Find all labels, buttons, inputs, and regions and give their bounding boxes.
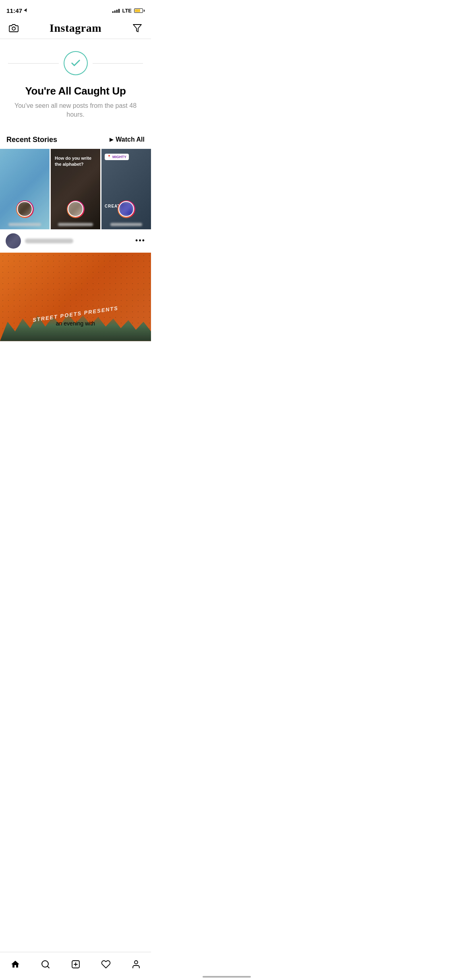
story-card-2[interactable]: How do you write the alphabet?	[51, 149, 100, 229]
post-image: STREET POETS PRESENTS an evening with	[0, 253, 151, 341]
dm-button[interactable]	[130, 21, 145, 35]
signal-bar-1	[112, 11, 114, 13]
post-header-left	[6, 233, 73, 249]
status-bar: 11:47 LTE ⚡	[0, 0, 151, 18]
signal-bar-3	[116, 10, 118, 13]
post-header: •••	[0, 229, 151, 253]
location-arrow-icon	[24, 8, 28, 13]
location-name: MIGHTY	[112, 155, 126, 159]
story-inner-1	[17, 201, 33, 217]
divider-right	[93, 63, 143, 64]
story-ring-2	[67, 200, 85, 218]
avatar-bridge-img	[6, 233, 21, 249]
nav-bar: Instagram	[0, 18, 151, 39]
status-icons: LTE ⚡	[112, 8, 145, 14]
svg-point-0	[12, 27, 15, 30]
signal-bars	[112, 8, 120, 13]
checkmark-icon	[70, 58, 81, 69]
play-icon: ▶	[110, 137, 113, 142]
story-ring-1	[16, 200, 34, 218]
post-image-subtitle: an evening with	[0, 320, 151, 327]
story-ring-3	[118, 200, 135, 218]
post-item: ••• STREET POETS PRESENTS an evening wit…	[0, 229, 151, 342]
lte-label: LTE	[122, 8, 132, 14]
story-username-3	[103, 223, 149, 226]
signal-bar-4	[118, 9, 120, 13]
location-pin-icon: 📍	[107, 155, 111, 159]
avatar-img-1	[18, 202, 32, 216]
story-username-2	[52, 223, 99, 226]
divider-row	[8, 51, 143, 75]
recent-stories-header: Recent Stories ▶ Watch All	[0, 129, 151, 149]
post-username	[25, 239, 73, 243]
caught-up-section: You're All Caught Up You've seen all new…	[0, 39, 151, 129]
caught-up-title: You're All Caught Up	[8, 85, 143, 97]
stories-grid: How do you write the alphabet? 📍 MIGHTY …	[0, 149, 151, 229]
avatar-img-3	[119, 202, 133, 216]
post-more-button[interactable]: •••	[135, 237, 145, 245]
story-inner-3	[118, 201, 134, 217]
recent-stories-title: Recent Stories	[6, 136, 57, 144]
divider-left	[8, 63, 59, 64]
camera-button[interactable]	[6, 21, 21, 35]
story-text-2: How do you write the alphabet?	[55, 155, 96, 168]
watch-all-label: Watch All	[116, 136, 145, 143]
signal-bar-2	[114, 10, 116, 13]
story-avatar-1	[16, 200, 34, 218]
story-avatar-3	[118, 200, 135, 218]
story-username-1	[2, 223, 48, 226]
svg-marker-1	[133, 25, 141, 32]
caught-up-subtitle: You've seen all new posts from the past …	[8, 101, 143, 119]
avatar-img-2	[68, 202, 83, 216]
direct-message-icon	[132, 23, 142, 33]
story-location-badge: 📍 MIGHTY	[105, 154, 129, 160]
story-card-3[interactable]: 📍 MIGHTY CREAT	[101, 149, 151, 229]
watch-all-button[interactable]: ▶ Watch All	[110, 136, 145, 143]
app-title: Instagram	[50, 22, 101, 35]
camera-icon	[9, 23, 19, 33]
story-card-1[interactable]	[0, 149, 50, 229]
story-inner-2	[68, 201, 83, 217]
check-circle	[64, 51, 88, 75]
post-avatar	[6, 233, 21, 249]
battery-icon: ⚡	[134, 8, 145, 13]
story-avatar-2	[67, 200, 85, 218]
status-time: 11:47	[6, 7, 22, 14]
